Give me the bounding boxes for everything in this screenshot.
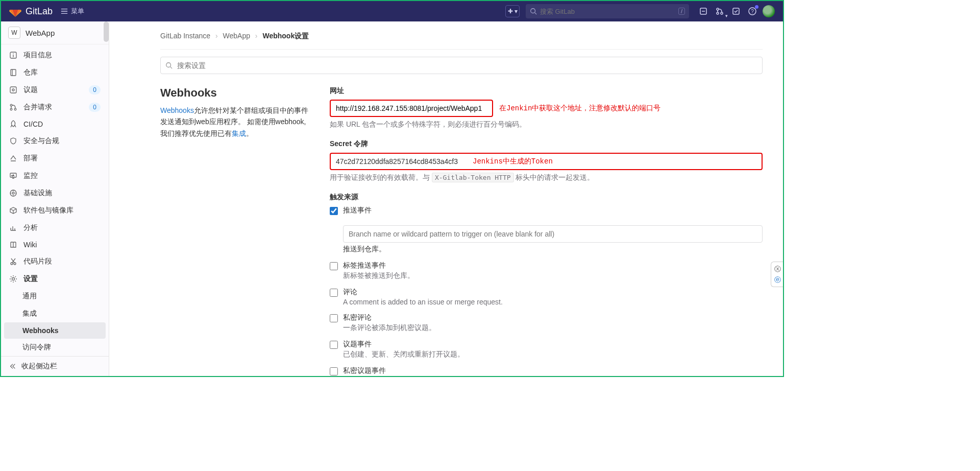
- breadcrumb-item[interactable]: GitLab Instance: [160, 32, 210, 40]
- sidebar-item-infra[interactable]: 基础设施: [1, 184, 109, 202]
- scrollbar[interactable]: [104, 21, 109, 42]
- trigger-label: 议题事件: [343, 340, 464, 349]
- sidebar-item-label: 仓库: [23, 68, 38, 77]
- chevron-down-icon: ▾: [514, 8, 518, 15]
- sidebar-subitem[interactable]: 通用: [1, 288, 109, 305]
- rocket-icon: [9, 120, 17, 128]
- trigger-row: 标签推送事件新标签被推送到仓库。: [330, 261, 763, 280]
- svg-point-19: [11, 263, 13, 265]
- new-button[interactable]: ✚▾: [505, 5, 520, 17]
- sidebar-item-label: 分析: [23, 223, 38, 232]
- search-input[interactable]: [540, 8, 675, 15]
- section-title: Webhooks: [160, 86, 313, 100]
- ie-icon: ⓔ: [774, 275, 781, 285]
- sidebar-item-issues[interactable]: 议题0: [1, 81, 109, 99]
- integrations-link[interactable]: 集成: [232, 129, 246, 137]
- sidebar-item-label: 监控: [23, 171, 38, 180]
- trigger-desc: 新标签被推送到仓库。: [343, 271, 414, 280]
- project-header[interactable]: W WebApp: [1, 21, 109, 44]
- search-shortcut: /: [678, 8, 685, 15]
- todos-icon[interactable]: [728, 3, 744, 19]
- secret-annotation: Jenkins中生成的Token: [473, 157, 553, 166]
- svg-point-18: [12, 192, 14, 194]
- count-badge: 0: [89, 85, 101, 95]
- tanuki-icon: [9, 5, 21, 17]
- global-search[interactable]: /: [526, 4, 689, 18]
- sidebar-item-snippets[interactable]: 代码片段: [1, 253, 109, 270]
- sidebar: W WebApp 项目信息仓库议题0合并请求0CI/CD安全与合规部署监控基础设…: [1, 21, 109, 376]
- trigger-row: 推送事件: [330, 206, 763, 215]
- sidebar-item-package[interactable]: 软件包与镜像库: [1, 202, 109, 219]
- sidebar-item-repo[interactable]: 仓库: [1, 64, 109, 81]
- webhooks-link[interactable]: Webhooks: [160, 106, 194, 114]
- sidebar-item-merge[interactable]: 合并请求0: [1, 99, 109, 116]
- trigger-checkbox[interactable]: [330, 314, 338, 322]
- trigger-checkbox[interactable]: [330, 341, 338, 349]
- svg-point-4: [721, 12, 723, 14]
- trigger-label: 私密评论: [343, 313, 436, 322]
- trigger-checkbox[interactable]: [330, 262, 338, 270]
- sidebar-item-label: Wiki: [23, 241, 37, 249]
- breadcrumb-current: Webhook设置: [262, 32, 309, 40]
- sidebar-subitem[interactable]: Webhooks: [4, 322, 106, 339]
- sidebar-subitem[interactable]: 集成: [1, 305, 109, 322]
- svg-point-20: [14, 263, 16, 265]
- svg-point-21: [12, 278, 15, 280]
- trigger-checkbox[interactable]: [330, 367, 338, 375]
- trigger-checkbox[interactable]: [330, 207, 338, 215]
- sidebar-item-deploy[interactable]: 部署: [1, 150, 109, 167]
- secret-help: 用于验证接收到的有效载荷。与 X-Gitlab-Token HTTP 标头中的请…: [330, 173, 763, 182]
- trigger-desc: 推送到仓库。: [343, 245, 763, 254]
- sidebar-item-wiki[interactable]: Wiki: [1, 237, 109, 253]
- secret-label: Secret 令牌: [330, 139, 763, 149]
- sidebar-item-label: 基础设施: [23, 189, 52, 198]
- branch-pattern-input[interactable]: [343, 225, 763, 243]
- sidebar-item-info[interactable]: 项目信息: [1, 46, 109, 64]
- url-input[interactable]: [330, 100, 493, 117]
- trigger-label: 标签推送事件: [343, 261, 414, 270]
- snippets-icon: [9, 257, 17, 266]
- menu-button[interactable]: 菜单: [61, 7, 84, 16]
- breadcrumb-item[interactable]: WebApp: [223, 32, 250, 40]
- svg-text:?: ?: [751, 9, 754, 14]
- svg-point-0: [531, 9, 535, 13]
- trigger-checkbox[interactable]: [330, 289, 338, 297]
- secret-value: 47c2d72120ddfa8257164cd8453a4cf3: [336, 157, 458, 166]
- sidebar-item-rocket[interactable]: CI/CD: [1, 116, 109, 132]
- svg-rect-10: [11, 69, 16, 76]
- collapse-sidebar-button[interactable]: 收起侧边栏: [1, 356, 109, 376]
- repo-icon: [9, 68, 17, 77]
- url-label: 网址: [330, 86, 763, 96]
- trigger-desc: 已创建、更新、关闭或重新打开议题。: [343, 350, 464, 359]
- svg-rect-11: [10, 87, 16, 93]
- main-content: GitLab Instance › WebApp › Webhook设置 Web…: [109, 21, 783, 376]
- floating-widget[interactable]: ⓧ ⓔ: [771, 262, 783, 287]
- trigger-desc: A comment is added to an issue or merge …: [343, 298, 503, 306]
- trigger-row: 评论A comment is added to an issue or merg…: [330, 288, 763, 306]
- wiki-icon: [9, 241, 17, 249]
- trigger-label: 私密议题事件: [343, 366, 386, 375]
- svg-point-15: [14, 108, 16, 110]
- help-icon[interactable]: ?: [744, 3, 761, 19]
- sidebar-item-shield[interactable]: 安全与合规: [1, 132, 109, 150]
- issues-icon: [9, 86, 17, 94]
- trigger-row: 私密评论一条评论被添加到机密议题。: [330, 313, 763, 333]
- search-icon: [530, 8, 537, 15]
- svg-point-9: [13, 53, 14, 54]
- sidebar-item-analytics[interactable]: 分析: [1, 219, 109, 237]
- sidebar-item-monitor[interactable]: 监控: [1, 167, 109, 184]
- issues-shortcut-icon[interactable]: [695, 3, 712, 19]
- merge-shortcut-icon[interactable]: ▾: [712, 3, 728, 19]
- svg-point-2: [717, 8, 719, 10]
- analytics-icon: [9, 224, 17, 232]
- sidebar-subitem[interactable]: 访问令牌: [1, 339, 109, 356]
- gitlab-logo[interactable]: GitLab: [9, 5, 53, 17]
- user-avatar[interactable]: [763, 5, 775, 17]
- trigger-label: 评论: [343, 288, 503, 297]
- search-settings-input[interactable]: [160, 57, 763, 74]
- url-help: 如果 URL 包含一个或多个特殊字符，则必须进行百分号编码。: [330, 120, 763, 129]
- infra-icon: [9, 189, 17, 197]
- sidebar-item-settings[interactable]: 设置: [1, 270, 109, 288]
- svg-point-22: [166, 63, 171, 67]
- sidebar-item-label: 部署: [23, 154, 38, 163]
